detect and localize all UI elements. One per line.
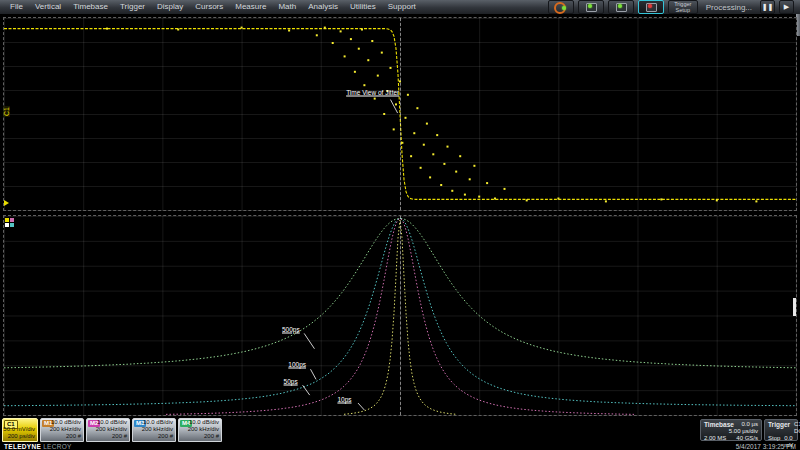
pause-button[interactable]: ❚❚ [760,0,775,14]
trigger-summary-box[interactable]: Trigger C1 DC Stop 0.0 mV Edge Positive [764,419,798,441]
status-bar: C150.0 mV/div200 ps/divM110.0 dB/div200 … [0,418,800,443]
curve-label-500ps: 500ps [282,325,300,332]
menu-items: FileVerticalTimebaseTriggerDisplayCursor… [0,0,422,14]
red-dot-icon [648,4,652,8]
green-dot-icon [618,4,622,8]
processing-status: Processing... [702,3,756,12]
descriptor-m3[interactable]: M310.0 dB/div200 kHz/div200 # [132,418,176,442]
menu-display[interactable]: Display [151,0,189,14]
channel-c1-edge-label: C1 [3,106,10,117]
menu-support[interactable]: Support [382,0,422,14]
jitter-spectrum-plot[interactable]: 500ps100ps50ps10ps [3,215,797,416]
oscilloscope-screen: FileVerticalTimebaseTriggerDisplayCursor… [0,0,800,450]
trigger-setup-button[interactable]: Trigger Setup [668,0,698,14]
record-display-icon-button[interactable] [638,0,664,14]
green-dot-icon [588,4,592,8]
timebase-samples: 2.00 MS [704,435,726,442]
trigger-source: C1 DC [794,421,800,435]
descriptor-rows: 50.0 mV/div200 ps/div [3,426,35,440]
menu-utilities[interactable]: Utilities [344,0,382,14]
jitter-time-view-plot[interactable]: C1 Time View of Jitter [3,17,797,211]
curve-label-10ps: 10ps [337,396,351,403]
c1-zero-level-marker [4,200,9,206]
descriptor-m1[interactable]: M110.0 dB/div200 kHz/div200 # [40,418,84,442]
brand-primary: TELEDYNE [4,443,41,450]
menu-math[interactable]: Math [272,0,302,14]
footer-bar: TELEDYNE LECROY 5/4/2017 3:19:25 PM [0,443,800,450]
math-trace-markers [5,218,14,227]
menu-file[interactable]: File [4,0,29,14]
trace-marker [5,223,9,227]
timebase-title: Timebase [704,421,734,428]
descriptor-rows: 10.0 dB/div200 kHz/div200 # [188,419,219,440]
menu-trigger[interactable]: Trigger [114,0,151,14]
green-dot-icon [562,6,566,10]
brand-logo: TELEDYNE LECROY [4,443,72,450]
menu-bar: FileVerticalTimebaseTriggerDisplayCursor… [0,0,800,14]
timebase-offset: 0.0 µs [742,421,758,428]
descriptor-c1[interactable]: C150.0 mV/div200 ps/div [2,418,38,442]
auto-setup-icon-button[interactable] [548,0,574,14]
play-button[interactable]: ▶ [779,0,794,14]
menu-bar-right: Trigger Setup Processing... ❚❚ ▶ [548,0,800,14]
menu-measure[interactable]: Measure [229,0,272,14]
display-icon-button[interactable] [578,0,604,14]
brand-secondary: LECROY [43,443,72,450]
trace-marker [5,218,9,222]
descriptor-rows: 10.0 dB/div200 kHz/div200 # [142,419,173,440]
menu-vertical[interactable]: Vertical [29,0,67,14]
channel-descriptors: C150.0 mV/div200 ps/divM110.0 dB/div200 … [2,418,222,442]
trace-marker [10,218,14,222]
timebase-rate: 40 GS/s [736,435,758,442]
descriptor-m2[interactable]: M210.0 dB/div200 kHz/div200 # [86,418,130,442]
timebase-scale: 5.00 µs/div [729,428,758,435]
descriptor-rows: 10.0 dB/div200 kHz/div200 # [96,419,127,440]
descriptor-rows: 10.0 dB/div200 kHz/div200 # [50,419,81,440]
trace-marker [10,223,14,227]
spectrum-center-line [400,216,401,415]
menu-analysis[interactable]: Analysis [302,0,344,14]
trigger-title: Trigger [768,421,790,435]
descriptor-m4[interactable]: M410.0 dB/div200 kHz/div200 # [178,418,222,442]
timebase-summary-box[interactable]: Timebase 0.0 µs 5.00 µs/div 2.00 MS 40 G… [700,419,762,441]
curve-label-100ps: 100ps [288,361,306,368]
cursor-display-icon-button[interactable] [608,0,634,14]
trigger-center-line [400,18,401,210]
menu-timebase[interactable]: Timebase [67,0,114,14]
scroll-indicator[interactable] [793,298,796,316]
clock-timestamp: 5/4/2017 3:19:25 PM [736,443,796,450]
curve-label-50ps: 50ps [284,378,298,385]
menu-cursors[interactable]: Cursors [189,0,229,14]
time-view-of-jitter-annotation: Time View of Jitter [346,89,399,96]
